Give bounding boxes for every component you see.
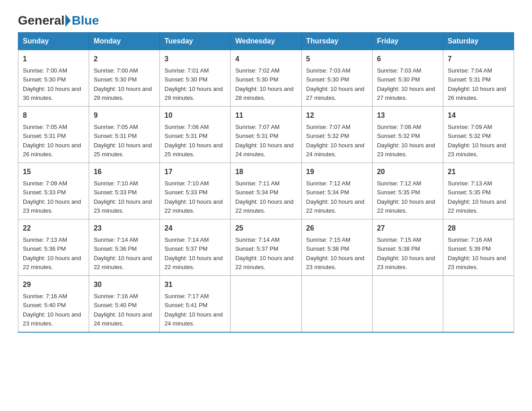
- day-number: 5: [306, 54, 368, 64]
- daylight-info: Daylight: 10 hours and 24 minutes.: [306, 142, 365, 158]
- sunset-info: Sunset: 5:35 PM: [448, 189, 491, 196]
- sunrise-info: Sunrise: 7:02 AM: [235, 67, 279, 74]
- table-row: 24 Sunrise: 7:14 AM Sunset: 5:37 PM Dayl…: [160, 219, 231, 276]
- daylight-info: Daylight: 10 hours and 22 minutes.: [377, 198, 435, 214]
- table-row: 17 Sunrise: 7:10 AM Sunset: 5:33 PM Dayl…: [160, 163, 231, 219]
- col-monday: Monday: [89, 33, 160, 50]
- sunset-info: Sunset: 5:41 PM: [164, 302, 207, 308]
- sunrise-info: Sunrise: 7:12 AM: [306, 180, 351, 187]
- sunrise-info: Sunrise: 7:03 AM: [306, 67, 351, 74]
- sunset-info: Sunset: 5:33 PM: [164, 189, 207, 196]
- col-sunday: Sunday: [18, 33, 89, 50]
- sunset-info: Sunset: 5:30 PM: [164, 76, 207, 83]
- day-number: 21: [448, 167, 509, 177]
- table-row: 10 Sunrise: 7:06 AM Sunset: 5:31 PM Dayl…: [160, 107, 231, 163]
- table-row: 4 Sunrise: 7:02 AM Sunset: 5:30 PM Dayli…: [231, 50, 301, 107]
- daylight-info: Daylight: 10 hours and 22 minutes.: [23, 255, 81, 270]
- day-number: 17: [164, 167, 226, 177]
- table-row: [301, 276, 372, 333]
- sunrise-info: Sunrise: 7:11 AM: [235, 180, 279, 187]
- daylight-info: Daylight: 10 hours and 24 minutes.: [235, 142, 293, 158]
- sunset-info: Sunset: 5:30 PM: [377, 76, 420, 83]
- sunrise-info: Sunrise: 7:10 AM: [94, 180, 138, 187]
- sunrise-info: Sunrise: 7:13 AM: [448, 180, 492, 187]
- table-row: 2 Sunrise: 7:00 AM Sunset: 5:30 PM Dayli…: [89, 50, 160, 107]
- daylight-info: Daylight: 10 hours and 25 minutes.: [164, 142, 223, 158]
- daylight-info: Daylight: 10 hours and 22 minutes.: [164, 198, 223, 214]
- table-row: 3 Sunrise: 7:01 AM Sunset: 5:30 PM Dayli…: [160, 50, 231, 107]
- sunrise-info: Sunrise: 7:00 AM: [94, 67, 138, 74]
- daylight-info: Daylight: 10 hours and 22 minutes.: [94, 255, 152, 270]
- sunrise-info: Sunrise: 7:13 AM: [23, 236, 67, 243]
- sunset-info: Sunset: 5:33 PM: [94, 189, 137, 196]
- daylight-info: Daylight: 10 hours and 26 minutes.: [448, 86, 506, 101]
- calendar-table: Sunday Monday Tuesday Wednesday Thursday…: [18, 32, 514, 333]
- table-row: 9 Sunrise: 7:05 AM Sunset: 5:31 PM Dayli…: [89, 107, 160, 163]
- sunrise-info: Sunrise: 7:14 AM: [94, 236, 138, 243]
- sunrise-info: Sunrise: 7:16 AM: [448, 236, 492, 243]
- sunset-info: Sunset: 5:31 PM: [94, 133, 137, 139]
- sunset-info: Sunset: 5:36 PM: [94, 245, 137, 252]
- day-number: 19: [306, 167, 368, 177]
- table-row: 20 Sunrise: 7:12 AM Sunset: 5:35 PM Dayl…: [372, 163, 443, 219]
- table-row: 7 Sunrise: 7:04 AM Sunset: 5:31 PM Dayli…: [443, 50, 514, 107]
- sunset-info: Sunset: 5:33 PM: [23, 189, 66, 196]
- day-number: 3: [164, 54, 226, 64]
- sunset-info: Sunset: 5:30 PM: [235, 76, 278, 83]
- table-row: 1 Sunrise: 7:00 AM Sunset: 5:30 PM Dayli…: [18, 50, 89, 107]
- sunrise-info: Sunrise: 7:14 AM: [235, 236, 279, 243]
- sunrise-info: Sunrise: 7:15 AM: [306, 236, 351, 243]
- sunrise-info: Sunrise: 7:09 AM: [448, 124, 492, 130]
- day-number: 24: [164, 223, 226, 234]
- table-row: 22 Sunrise: 7:13 AM Sunset: 5:36 PM Dayl…: [18, 219, 89, 276]
- day-number: 13: [377, 110, 438, 121]
- day-number: 10: [164, 110, 226, 121]
- sunset-info: Sunset: 5:31 PM: [448, 76, 491, 83]
- daylight-info: Daylight: 10 hours and 28 minutes.: [235, 86, 293, 101]
- table-row: [372, 276, 443, 333]
- sunset-info: Sunset: 5:30 PM: [306, 76, 349, 83]
- sunrise-info: Sunrise: 7:17 AM: [164, 293, 209, 300]
- sunset-info: Sunset: 5:32 PM: [448, 133, 491, 139]
- sunrise-info: Sunrise: 7:00 AM: [23, 67, 67, 74]
- daylight-info: Daylight: 10 hours and 24 minutes.: [94, 311, 152, 327]
- calendar-week-row: 8 Sunrise: 7:05 AM Sunset: 5:31 PM Dayli…: [18, 107, 514, 163]
- day-number: 4: [235, 54, 296, 64]
- day-number: 8: [23, 110, 84, 121]
- day-number: 2: [94, 54, 155, 64]
- sunrise-info: Sunrise: 7:03 AM: [377, 67, 421, 74]
- daylight-info: Daylight: 10 hours and 26 minutes.: [23, 142, 81, 158]
- daylight-info: Daylight: 10 hours and 24 minutes.: [164, 311, 223, 327]
- sunset-info: Sunset: 5:31 PM: [23, 133, 66, 139]
- day-number: 16: [94, 167, 155, 177]
- sunset-info: Sunset: 5:31 PM: [235, 133, 278, 139]
- table-row: 28 Sunrise: 7:16 AM Sunset: 5:39 PM Dayl…: [443, 219, 514, 276]
- day-number: 23: [94, 223, 155, 234]
- sunrise-info: Sunrise: 7:16 AM: [94, 293, 138, 300]
- day-number: 9: [94, 110, 155, 121]
- table-row: 26 Sunrise: 7:15 AM Sunset: 5:38 PM Dayl…: [301, 219, 372, 276]
- daylight-info: Daylight: 10 hours and 22 minutes.: [235, 198, 293, 214]
- col-friday: Friday: [372, 33, 443, 50]
- table-row: 14 Sunrise: 7:09 AM Sunset: 5:32 PM Dayl…: [443, 107, 514, 163]
- table-row: 19 Sunrise: 7:12 AM Sunset: 5:34 PM Dayl…: [301, 163, 372, 219]
- logo: General Blue: [18, 13, 99, 28]
- calendar-header-row: Sunday Monday Tuesday Wednesday Thursday…: [18, 33, 514, 50]
- daylight-info: Daylight: 10 hours and 23 minutes.: [448, 142, 506, 158]
- daylight-info: Daylight: 10 hours and 27 minutes.: [377, 86, 435, 101]
- sunset-info: Sunset: 5:35 PM: [377, 189, 420, 196]
- day-number: 15: [23, 167, 84, 177]
- sunset-info: Sunset: 5:37 PM: [164, 245, 207, 252]
- day-number: 12: [306, 110, 368, 121]
- daylight-info: Daylight: 10 hours and 23 minutes.: [306, 255, 365, 270]
- day-number: 14: [448, 110, 509, 121]
- table-row: 16 Sunrise: 7:10 AM Sunset: 5:33 PM Dayl…: [89, 163, 160, 219]
- sunset-info: Sunset: 5:38 PM: [306, 245, 349, 252]
- daylight-info: Daylight: 10 hours and 29 minutes.: [164, 86, 223, 101]
- sunset-info: Sunset: 5:37 PM: [235, 245, 278, 252]
- daylight-info: Daylight: 10 hours and 22 minutes.: [235, 255, 293, 270]
- page-header: General Blue: [18, 13, 514, 28]
- sunset-info: Sunset: 5:38 PM: [377, 245, 420, 252]
- sunset-info: Sunset: 5:34 PM: [235, 189, 278, 196]
- sunrise-info: Sunrise: 7:06 AM: [164, 124, 209, 130]
